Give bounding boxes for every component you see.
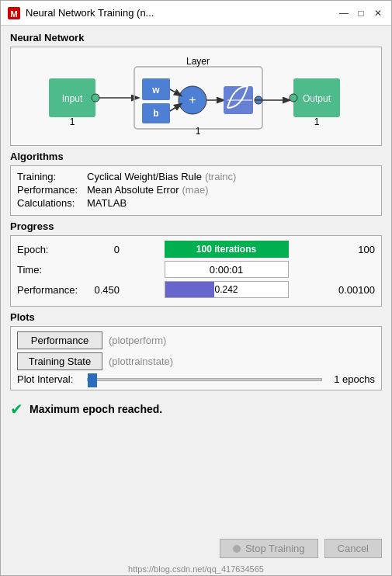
window-controls: — □ ✕ <box>337 6 385 20</box>
performance-algo-value: Mean Absolute Error <box>87 184 179 196</box>
svg-point-5 <box>92 94 99 102</box>
plot-interval-row: Plot Interval: 1 epochs <box>17 373 375 385</box>
svg-text:Output: Output <box>302 93 331 104</box>
plot-interval-slider <box>87 378 322 381</box>
progress-title: Progress <box>10 220 382 232</box>
nn-diagram: Input 1 Layer 1 w <box>10 47 382 146</box>
progress-box: Epoch: 0 100 iterations 100 Time: <box>10 235 382 307</box>
svg-text:1: 1 <box>195 126 200 137</box>
time-value: 0:00:01 <box>165 261 289 278</box>
performance-algo-label: Performance: <box>17 184 87 196</box>
slider-thumb[interactable] <box>88 373 97 387</box>
epoch-right: 100 <box>333 244 375 255</box>
stop-training-button[interactable]: Stop Training <box>220 539 318 558</box>
minimize-button[interactable]: — <box>337 6 351 20</box>
epoch-row: Epoch: 0 100 iterations 100 <box>17 241 375 258</box>
bottom-bar: Stop Training Cancel <box>1 536 391 564</box>
performance-algo-row: Performance: Mean Absolute Error (mae) <box>17 184 375 196</box>
performance-plot-row: Performance (plotperform) <box>17 331 375 349</box>
performance-plot-button[interactable]: Performance <box>17 331 102 349</box>
stop-dot-icon <box>233 545 241 553</box>
epoch-progress-bar: 100 iterations <box>165 241 289 258</box>
algorithms-box: Training: Cyclical Weight/Bias Rule (tra… <box>10 165 382 216</box>
status-message: Maximum epoch reached. <box>29 403 162 415</box>
calculations-value: MATLAB <box>87 197 127 209</box>
plot-interval-label: Plot Interval: <box>17 373 87 385</box>
calculations-label: Calculations: <box>17 197 87 209</box>
svg-text:w: w <box>151 85 160 95</box>
plot-interval-value: 1 epochs <box>328 373 375 385</box>
status-row: ✔ Maximum epoch reached. <box>10 395 382 422</box>
plots-section: Plots Performance (plotperform) Training… <box>10 311 382 390</box>
perf-row: Performance: 0.450 0.242 0.00100 <box>17 281 375 298</box>
calculations-row: Calculations: MATLAB <box>17 197 375 209</box>
neural-network-section: Neural Network Input 1 <box>10 32 382 146</box>
svg-text:Layer: Layer <box>186 56 209 67</box>
performance-algo-hint: (mae) <box>182 184 209 196</box>
perf-right: 0.00100 <box>333 284 375 296</box>
plots-title: Plots <box>10 311 382 323</box>
epoch-left: 0 <box>85 244 120 255</box>
svg-point-26 <box>290 94 297 102</box>
perf-bar-text: 0.242 <box>165 284 288 295</box>
svg-line-17 <box>170 104 181 111</box>
training-hint: (trainc) <box>205 171 236 182</box>
epoch-label: Epoch: <box>17 244 85 255</box>
svg-text:M: M <box>10 9 17 19</box>
maximize-button[interactable]: □ <box>354 6 368 20</box>
svg-text:1: 1 <box>314 116 319 127</box>
training-state-plot-row: Training State (plottrainstate) <box>17 352 375 370</box>
perf-center: 0.242 <box>123 281 330 298</box>
algorithms-section: Algorithms Training: Cyclical Weight/Bia… <box>10 151 382 216</box>
training-state-plot-hint: (plottrainstate) <box>109 356 173 367</box>
epoch-center: 100 iterations <box>123 241 330 258</box>
plots-box: Performance (plotperform) Training State… <box>10 326 382 390</box>
perf-bar: 0.242 <box>165 281 289 298</box>
time-center: 0:00:01 <box>123 261 330 278</box>
svg-text:b: b <box>153 108 158 119</box>
url-bar: https://blog.csdn.net/qq_417634565 <box>1 564 391 575</box>
training-label: Training: <box>17 171 87 182</box>
app-icon: M <box>7 6 21 20</box>
neural-network-title: Neural Network <box>10 32 382 43</box>
svg-text:Input: Input <box>61 93 82 104</box>
window-title: Neural Network Training (n... <box>26 7 337 19</box>
training-value: Cyclical Weight/Bias Rule <box>87 171 202 182</box>
perf-label: Performance: <box>17 284 85 296</box>
main-window: M Neural Network Training (n... — □ ✕ Ne… <box>0 0 392 576</box>
training-row: Training: Cyclical Weight/Bias Rule (tra… <box>17 171 375 182</box>
svg-text:+: + <box>189 93 196 106</box>
perf-left: 0.450 <box>85 284 120 296</box>
cancel-button[interactable]: Cancel <box>324 539 382 558</box>
close-button[interactable]: ✕ <box>371 6 385 20</box>
progress-section: Progress Epoch: 0 100 iterations 100 Tim… <box>10 220 382 307</box>
svg-text:1: 1 <box>69 116 75 127</box>
check-icon: ✔ <box>10 400 23 418</box>
time-label: Time: <box>17 264 85 276</box>
svg-line-16 <box>170 89 181 95</box>
algorithms-title: Algorithms <box>10 151 382 162</box>
nn-svg: Input 1 Layer 1 w <box>26 55 367 141</box>
training-state-plot-button[interactable]: Training State <box>17 352 102 370</box>
performance-plot-hint: (plotperform) <box>109 335 166 346</box>
slider-track[interactable] <box>87 378 322 381</box>
epoch-progress-text: 100 iterations <box>196 244 256 255</box>
title-bar: M Neural Network Training (n... — □ ✕ <box>1 1 391 26</box>
time-row: Time: 0:00:01 <box>17 261 375 278</box>
main-content: Neural Network Input 1 <box>1 26 391 536</box>
